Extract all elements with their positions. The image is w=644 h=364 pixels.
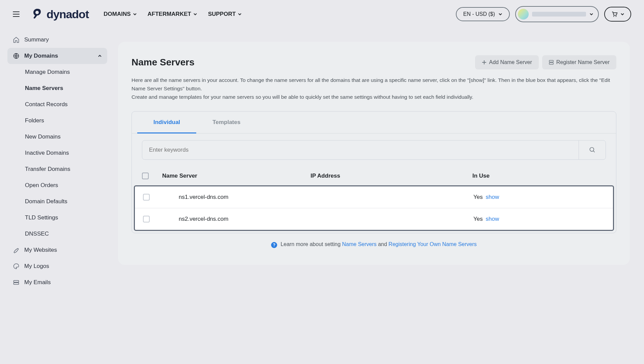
server-icon xyxy=(13,279,20,286)
chevron-down-icon xyxy=(238,12,242,16)
sidebar-item-summary[interactable]: Summary xyxy=(7,32,107,48)
svg-rect-5 xyxy=(549,60,553,62)
page-title: Name Servers xyxy=(131,57,195,68)
svg-point-0 xyxy=(613,16,614,17)
row-checkbox[interactable] xyxy=(143,216,150,222)
chevron-down-icon xyxy=(133,12,137,16)
column-ip-address: IP Address xyxy=(311,173,466,179)
cell-in-use: Yes xyxy=(473,194,483,200)
select-all-checkbox[interactable] xyxy=(142,173,149,179)
column-in-use: In Use xyxy=(472,173,606,179)
sidebar-sub-manage-domains[interactable]: Manage Domains xyxy=(20,64,107,80)
page-description: Here are all the name servers in your ac… xyxy=(131,76,616,101)
cart-button[interactable] xyxy=(604,7,631,22)
cell-in-use: Yes xyxy=(473,216,483,222)
add-name-server-button[interactable]: Add Name Server xyxy=(475,55,539,69)
register-name-server-button[interactable]: Register Name Server xyxy=(542,55,616,69)
search-input[interactable] xyxy=(142,141,579,159)
show-link[interactable]: show xyxy=(486,216,499,222)
svg-point-7 xyxy=(590,148,594,152)
nav-support[interactable]: SUPPORT xyxy=(208,11,242,18)
learn-more-text: ?Learn more about setting Name Servers a… xyxy=(131,233,616,251)
register-icon xyxy=(549,60,554,65)
sidebar-item-label: My Logos xyxy=(24,263,49,270)
brush-icon xyxy=(13,247,20,253)
chevron-down-icon xyxy=(498,12,502,16)
table-row: ns1.vercel-dns.com Yes show xyxy=(135,186,613,208)
cell-name-server: ns1.vercel-dns.com xyxy=(163,194,305,201)
sidebar-sub-transfer-domains[interactable]: Transfer Domains xyxy=(20,161,107,177)
sidebar-sub-folders[interactable]: Folders xyxy=(20,113,107,129)
user-menu[interactable] xyxy=(515,6,599,22)
column-name-server: Name Server xyxy=(162,173,304,179)
show-link[interactable]: show xyxy=(486,194,499,200)
chevron-down-icon xyxy=(620,12,624,16)
cell-name-server: ns2.vercel-dns.com xyxy=(163,216,305,222)
user-name-redacted xyxy=(532,12,586,17)
learn-link-register[interactable]: Registering Your Own Name Servers xyxy=(388,241,476,247)
sidebar-item-label: My Emails xyxy=(24,279,51,286)
sidebar-sub-new-domains[interactable]: New Domains xyxy=(20,129,107,145)
name-servers-panel: Individual Templates Name Server IP Addr… xyxy=(131,111,616,233)
sidebar-sub-domain-defaults[interactable]: Domain Defaults xyxy=(20,193,107,210)
tab-individual[interactable]: Individual xyxy=(137,112,196,133)
svg-point-1 xyxy=(616,16,617,17)
sidebar-sub-contact-records[interactable]: Contact Records xyxy=(20,96,107,113)
nav-domains[interactable]: DOMAINS xyxy=(104,11,137,18)
sidebar-sub-tld-settings[interactable]: TLD Settings xyxy=(20,210,107,226)
sidebar-sub-name-servers[interactable]: Name Servers xyxy=(20,80,107,96)
sidebar: Summary My Domains Manage Domains Name S… xyxy=(0,28,115,291)
menu-toggle[interactable] xyxy=(13,11,20,17)
palette-icon xyxy=(13,263,20,270)
chevron-up-icon xyxy=(98,54,102,58)
logo-icon xyxy=(30,7,45,22)
table-row: ns2.vercel-dns.com Yes show xyxy=(135,208,613,230)
svg-rect-6 xyxy=(549,63,553,64)
locale-selector[interactable]: EN - USD ($) xyxy=(456,7,510,21)
sidebar-item-my-logos[interactable]: My Logos xyxy=(7,258,107,274)
sidebar-item-my-emails[interactable]: My Emails xyxy=(7,274,107,291)
globe-icon xyxy=(13,53,20,59)
svg-rect-3 xyxy=(14,280,19,282)
home-icon xyxy=(13,36,20,43)
sidebar-sub-inactive-domains[interactable]: Inactive Domains xyxy=(20,145,107,161)
sidebar-item-my-websites[interactable]: My Websites xyxy=(7,242,107,258)
search-icon xyxy=(589,147,596,153)
chevron-down-icon xyxy=(589,12,593,16)
plus-icon xyxy=(482,60,487,65)
nav-aftermarket[interactable]: AFTERMARKET xyxy=(148,11,197,18)
sidebar-item-label: My Websites xyxy=(24,247,57,253)
help-icon: ? xyxy=(271,242,277,248)
sidebar-sub-dnssec[interactable]: DNSSEC xyxy=(20,226,107,242)
brand-logo[interactable]: dynadot xyxy=(30,7,89,22)
cart-icon xyxy=(611,11,618,18)
svg-rect-4 xyxy=(14,283,19,284)
sidebar-item-label: My Domains xyxy=(24,53,58,59)
brand-text: dynadot xyxy=(47,8,89,21)
search-button[interactable] xyxy=(579,141,606,159)
row-checkbox[interactable] xyxy=(143,194,150,201)
tab-templates[interactable]: Templates xyxy=(196,112,257,133)
learn-link-name-servers[interactable]: Name Servers xyxy=(342,241,377,247)
sidebar-sub-open-orders[interactable]: Open Orders xyxy=(20,177,107,193)
chevron-down-icon xyxy=(193,12,197,16)
avatar xyxy=(518,9,529,20)
sidebar-item-my-domains[interactable]: My Domains xyxy=(7,48,107,64)
sidebar-item-label: Summary xyxy=(24,36,49,43)
